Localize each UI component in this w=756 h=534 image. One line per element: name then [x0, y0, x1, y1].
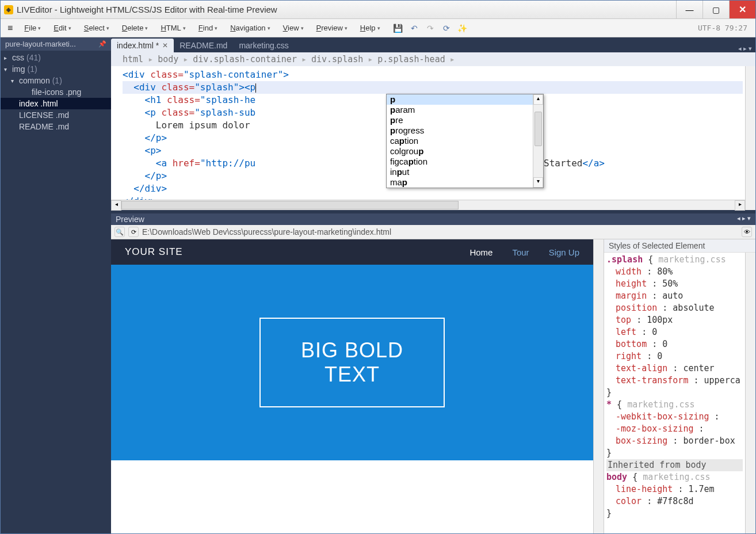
code-token: class= — [150, 69, 184, 80]
autocomplete-item[interactable]: caption — [387, 136, 533, 146]
menubar: ≡ File▾ Edit▾ Select▾ Delete▾ HTML▾ Find… — [1, 19, 755, 37]
tab-close-icon[interactable]: ✕ — [162, 41, 168, 49]
code-token: class= — [161, 82, 194, 93]
menu-help[interactable]: Help▾ — [354, 21, 386, 35]
breadcrumb-item[interactable]: div.splash — [311, 54, 363, 64]
tree-item[interactable]: README .md — [1, 121, 111, 132]
autocomplete-item[interactable]: p — [387, 94, 533, 105]
menu-view[interactable]: View▾ — [277, 21, 310, 35]
breadcrumb-item[interactable]: div.splash-container — [193, 54, 297, 64]
scroll-right-icon[interactable]: ▸ — [735, 200, 745, 211]
workspace: pure-layout-marketi... 📌 ▸css (41)▾img (… — [1, 37, 755, 533]
preview-toolbar: 🔍 ⟳ E:\Downloads\Web Dev\css\purecss\pur… — [111, 225, 755, 239]
minimize-button[interactable]: — — [676, 1, 702, 18]
styles-vscrollbar[interactable] — [745, 253, 755, 533]
window-controls: — ▢ ✕ — [676, 1, 755, 18]
breadcrumb-sep: ▸ — [368, 54, 373, 64]
preview-nav-arrows[interactable]: ◂ ▸ ▾ — [737, 215, 751, 224]
tab-marketing-css[interactable]: marketing.css — [233, 39, 294, 52]
styles-body[interactable]: .splash { marketing.csswidth : 80%height… — [604, 253, 745, 533]
scroll-left-icon[interactable]: ◂ — [111, 200, 121, 211]
scroll-thumb[interactable] — [534, 112, 542, 146]
menu-edit[interactable]: Edit▾ — [48, 21, 77, 35]
autocomplete-item[interactable]: input — [387, 167, 533, 177]
menu-preview[interactable]: Preview▾ — [311, 21, 353, 35]
autocomplete-scrollbar[interactable]: ▴ ▾ — [533, 94, 543, 188]
nav-link-tour[interactable]: Tour — [512, 247, 529, 257]
autocomplete-list: pparampreprogresscaptioncolgroupfigcapti… — [387, 94, 533, 188]
breadcrumb-item[interactable]: body — [158, 54, 178, 64]
tab-label: README.md — [180, 41, 227, 50]
autocomplete-item[interactable]: progress — [387, 125, 533, 136]
sidebar: pure-layout-marketi... 📌 ▸css (41)▾img (… — [1, 37, 111, 533]
toolbar: 💾 ↶ ↷ ⟳ ✨ — [393, 23, 468, 33]
code-token: </p> — [123, 132, 167, 143]
breadcrumb-sep: ▸ — [450, 54, 455, 64]
reload-icon[interactable]: ⟳ — [128, 227, 139, 237]
breadcrumb-sep: ▸ — [183, 54, 188, 64]
breadcrumb-item[interactable]: html — [123, 54, 143, 64]
redo-icon[interactable]: ↷ — [425, 23, 436, 33]
undo-icon[interactable]: ↶ — [409, 23, 419, 33]
tree-item[interactable]: ▸css (41) — [1, 52, 111, 63]
code-token: Lorem ipsum dolor — [123, 120, 255, 131]
eye-icon[interactable]: 👁 — [742, 227, 752, 237]
autocomplete-popup[interactable]: pparampreprogresscaptioncolgroupfigcapti… — [386, 94, 544, 188]
maximize-button[interactable]: ▢ — [702, 1, 729, 18]
code-token: <div — [123, 69, 150, 80]
tree-item[interactable]: LICENSE .md — [1, 109, 111, 121]
code-token: href= — [173, 158, 200, 169]
tab-label: marketing.css — [239, 41, 288, 50]
menu-html[interactable]: HTML▾ — [155, 21, 191, 35]
code-token: </div> — [123, 183, 167, 194]
tree-item[interactable]: ▾common (1) — [1, 75, 111, 86]
code-token: <p — [123, 107, 161, 118]
menu-select[interactable]: Select▾ — [78, 21, 115, 35]
nav-link-signup[interactable]: Sign Up — [549, 247, 579, 257]
code-token: <h1 — [123, 94, 167, 105]
app-icon: ◈ — [4, 5, 13, 14]
code-token: ><p — [239, 82, 255, 93]
hamburger-icon[interactable]: ≡ — [3, 21, 17, 36]
menu-delete[interactable]: Delete▾ — [116, 21, 154, 35]
wand-icon[interactable]: ✨ — [457, 23, 468, 33]
tab-index-html[interactable]: index.html * ✕ — [111, 39, 174, 52]
scroll-up-icon[interactable]: ▴ — [533, 94, 543, 105]
file-tree: ▸css (41)▾img (1)▾common (1)file-icons .… — [1, 51, 111, 134]
breadcrumb-item[interactable]: p.splash-head — [377, 54, 445, 64]
tree-item[interactable]: ▾img (1) — [1, 63, 111, 75]
editor-hscrollbar[interactable]: ◂ ▸ — [111, 200, 745, 210]
code-token: </a> — [582, 158, 605, 169]
menu-file[interactable]: File▾ — [18, 21, 47, 35]
tabs-nav-arrows[interactable]: ◂ ▸ ▾ — [735, 45, 755, 52]
scroll-track[interactable] — [121, 200, 735, 210]
preview-path: E:\Downloads\Web Dev\css\purecss\pure-la… — [142, 227, 738, 237]
autocomplete-item[interactable]: figcaption — [387, 157, 533, 167]
tree-item[interactable]: index .html — [1, 98, 111, 109]
editor-vscrollbar[interactable] — [745, 66, 755, 210]
scroll-down-icon[interactable]: ▾ — [533, 177, 543, 188]
tab-readme[interactable]: README.md — [174, 39, 233, 52]
sidebar-tab[interactable]: pure-layout-marketi... 📌 — [1, 37, 111, 51]
autocomplete-item[interactable]: param — [387, 105, 533, 115]
sidebar-tab-title: pure-layout-marketi... — [5, 40, 76, 48]
close-button[interactable]: ✕ — [729, 1, 755, 18]
pin-icon[interactable]: 📌 — [98, 40, 106, 48]
tree-item[interactable]: file-icons .png — [1, 86, 111, 98]
preview-vscrollbar[interactable] — [593, 239, 604, 533]
menu-navigation[interactable]: Navigation▾ — [224, 21, 276, 35]
autocomplete-item[interactable]: map — [387, 177, 533, 188]
nav-link-home[interactable]: Home — [469, 247, 492, 257]
menu-find[interactable]: Find▾ — [193, 21, 223, 35]
styles-header: Styles of Selected Element — [604, 239, 755, 253]
window-title: LIVEditor - Lightweight HTML/CSS/JS Edit… — [17, 5, 676, 14]
autocomplete-item[interactable]: pre — [387, 115, 533, 125]
inspect-icon[interactable]: 🔍 — [114, 227, 125, 237]
refresh-icon[interactable]: ⟳ — [441, 23, 452, 33]
autocomplete-item[interactable]: colgroup — [387, 146, 533, 157]
save-icon[interactable]: 💾 — [393, 23, 403, 33]
preview-render[interactable]: YOUR SITE Home Tour Sign Up BIG BOLD TEX… — [111, 239, 593, 533]
code-token: </p> — [123, 170, 167, 181]
code-token: <div — [123, 82, 161, 93]
scroll-thumb[interactable] — [121, 201, 459, 209]
